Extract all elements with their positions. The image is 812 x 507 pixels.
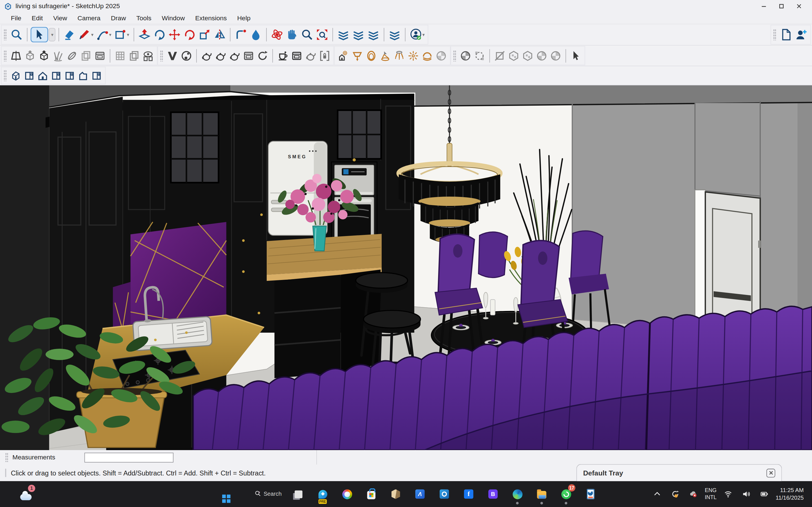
arc-tool[interactable]: ▾ <box>95 27 112 42</box>
vray-dome-light[interactable] <box>420 49 434 62</box>
vray-render-cloud[interactable] <box>228 49 241 62</box>
vray-omni-light[interactable] <box>407 49 420 62</box>
plan-view[interactable] <box>90 69 103 82</box>
eraser-tool[interactable] <box>62 27 77 42</box>
vray-clipper[interactable] <box>493 49 507 62</box>
vray-interactive-select[interactable] <box>569 49 583 62</box>
paint-bucket-tool[interactable] <box>248 27 263 42</box>
close-button[interactable] <box>790 0 808 12</box>
menu-item-view[interactable]: View <box>49 13 71 23</box>
select-tool-dropdown[interactable]: ▾ <box>49 28 56 41</box>
weather-widget-button[interactable]: 1 <box>12 485 40 503</box>
zoom-tool[interactable] <box>300 27 314 42</box>
taskbar-edge[interactable] <box>506 483 529 506</box>
front-view[interactable] <box>36 69 49 82</box>
ext-profile-tool[interactable] <box>9 49 23 62</box>
tray-volume-button[interactable] <box>739 487 753 502</box>
add-people[interactable] <box>794 27 808 42</box>
ext-curve-tool[interactable] <box>65 49 79 62</box>
shape-tool[interactable]: ▾ <box>113 27 131 42</box>
vray-vfb-history[interactable] <box>290 49 304 62</box>
vray-checker-a[interactable] <box>535 49 548 62</box>
vray-uvw-box[interactable] <box>507 49 520 62</box>
top-view[interactable] <box>23 69 36 82</box>
taskbar-dev-preview[interactable]: PRE <box>311 483 334 506</box>
share-component[interactable] <box>366 27 380 42</box>
extension-manager[interactable] <box>387 27 402 42</box>
taskbar-outlook[interactable] <box>433 483 456 506</box>
viewport-3d-scene[interactable]: SMEG <box>0 86 812 450</box>
vray-asset-editor[interactable] <box>166 49 179 62</box>
ext-visibility[interactable] <box>141 49 155 62</box>
taskbar-sketchup[interactable] <box>579 483 602 506</box>
left-view[interactable] <box>77 69 90 82</box>
menu-item-window[interactable]: Window <box>157 13 190 23</box>
vray-render-region[interactable] <box>304 49 317 62</box>
taskbar-app-b[interactable] <box>481 483 504 506</box>
vray-checker-b[interactable] <box>549 49 562 62</box>
search-box[interactable]: Search <box>251 487 286 500</box>
menu-item-extensions[interactable]: Extensions <box>191 13 232 23</box>
taskbar-whatsapp[interactable]: 17 <box>555 483 577 506</box>
vray-uvw-tri[interactable] <box>521 49 535 62</box>
vray-ies-light[interactable] <box>393 49 406 62</box>
ext-copy-array[interactable] <box>128 49 141 62</box>
vray-batch-render[interactable] <box>276 49 290 62</box>
orbit-tool[interactable] <box>269 27 284 42</box>
vray-infinite-plane[interactable] <box>459 49 472 62</box>
back-view[interactable] <box>63 69 76 82</box>
default-tray-close-button[interactable] <box>766 468 775 477</box>
flip-tool[interactable] <box>212 27 226 42</box>
menu-item-draw[interactable]: Draw <box>106 13 131 23</box>
taskbar-microsoft-store[interactable] <box>360 483 383 506</box>
ext-export-model[interactable] <box>37 49 51 62</box>
tray-chevron-button[interactable] <box>651 487 664 502</box>
menu-item-tools[interactable]: Tools <box>132 13 156 23</box>
menu-item-camera[interactable]: Camera <box>73 13 105 23</box>
language-indicator[interactable]: ENG INTL <box>705 487 717 501</box>
vray-sun-light[interactable] <box>337 49 350 62</box>
vray-render-interactive[interactable] <box>214 49 227 62</box>
tray-sync-button[interactable] <box>668 487 682 502</box>
offset-tool[interactable] <box>234 27 248 42</box>
ext-grid-tiles[interactable] <box>113 49 127 62</box>
measurements-input[interactable] <box>84 452 173 462</box>
tray-wifi-button[interactable] <box>721 487 735 502</box>
taskbar-3d-builder[interactable] <box>384 483 407 506</box>
line-tool[interactable]: ▾ <box>77 27 95 42</box>
ext-unwrap[interactable] <box>93 49 107 62</box>
zoom-window-tool[interactable] <box>9 27 24 42</box>
maximize-button[interactable] <box>772 0 790 12</box>
account[interactable]: ▾ <box>408 27 426 42</box>
vray-lock-camera[interactable] <box>318 49 332 62</box>
default-tray-panel[interactable]: Default Tray <box>576 464 782 482</box>
ext-import-model[interactable] <box>23 49 37 62</box>
new-document[interactable] <box>779 27 793 42</box>
taskbar-facebook[interactable] <box>457 483 480 506</box>
vray-rect-light[interactable] <box>350 49 364 62</box>
vray-sphere-light[interactable] <box>364 49 378 62</box>
vray-render[interactable] <box>200 49 213 62</box>
menu-item-edit[interactable]: Edit <box>27 13 48 23</box>
vray-frame-buffer[interactable] <box>242 49 255 62</box>
menu-item-help[interactable]: Help <box>233 13 255 23</box>
ext-panel-layout[interactable] <box>79 49 93 62</box>
vray-update-view[interactable] <box>256 49 269 62</box>
ext-grass-generator[interactable] <box>51 49 65 62</box>
zoom-extents-tool[interactable] <box>315 27 329 42</box>
vray-mesh-light[interactable] <box>435 49 448 62</box>
taskbar-file-explorer[interactable] <box>530 483 553 506</box>
minimize-button[interactable] <box>755 0 772 12</box>
right-view[interactable] <box>50 69 63 82</box>
tray-battery-button[interactable] <box>758 487 771 502</box>
taskbar-app-m[interactable] <box>409 483 432 506</box>
menu-item-file[interactable]: File <box>6 13 26 23</box>
vray-color-picker[interactable] <box>180 49 193 62</box>
rotate-tool[interactable] <box>182 27 197 42</box>
move-tool[interactable] <box>167 27 182 42</box>
iso-view[interactable] <box>9 69 22 82</box>
pushpull-tool[interactable] <box>137 27 151 42</box>
pan-tool[interactable] <box>285 27 299 42</box>
tray-onedrive-button[interactable] <box>687 487 700 502</box>
vray-spot-light[interactable] <box>378 49 392 62</box>
